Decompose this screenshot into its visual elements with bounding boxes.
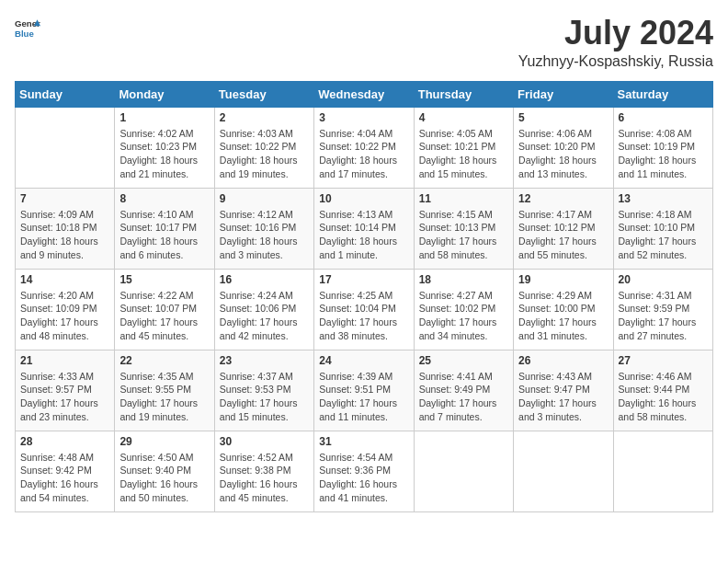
cell-info: Sunrise: 4:50 AMSunset: 9:40 PMDaylight:…	[119, 451, 209, 505]
day-number: 20	[619, 273, 708, 286]
calendar-cell: 26Sunrise: 4:43 AMSunset: 9:47 PMDayligh…	[514, 350, 613, 431]
day-header-friday: Friday	[514, 81, 613, 107]
calendar-cell: 22Sunrise: 4:35 AMSunset: 9:55 PMDayligh…	[115, 350, 214, 431]
week-row-1: 1Sunrise: 4:02 AMSunset: 10:23 PMDayligh…	[16, 107, 713, 188]
location: Yuzhnyy-Kospashskiy, Russia	[518, 53, 713, 70]
calendar-cell: 21Sunrise: 4:33 AMSunset: 9:57 PMDayligh…	[16, 350, 115, 431]
day-number: 28	[20, 435, 109, 448]
calendar-cell: 12Sunrise: 4:17 AMSunset: 10:12 PMDaylig…	[514, 188, 613, 269]
calendar-cell: 24Sunrise: 4:39 AMSunset: 9:51 PMDayligh…	[314, 350, 414, 431]
cell-info: Sunrise: 4:24 AMSunset: 10:06 PMDaylight…	[220, 289, 309, 343]
cell-info: Sunrise: 4:27 AMSunset: 10:02 PMDaylight…	[419, 289, 508, 343]
day-number: 12	[518, 192, 608, 205]
day-number: 17	[319, 273, 408, 286]
calendar-cell: 13Sunrise: 4:18 AMSunset: 10:10 PMDaylig…	[613, 188, 712, 269]
day-number: 22	[119, 354, 209, 367]
day-number: 18	[419, 273, 508, 286]
cell-info: Sunrise: 4:22 AMSunset: 10:07 PMDaylight…	[119, 289, 209, 343]
day-number: 8	[119, 192, 209, 205]
calendar-cell: 18Sunrise: 4:27 AMSunset: 10:02 PMDaylig…	[414, 269, 513, 350]
calendar-cell	[514, 431, 613, 511]
day-number: 2	[220, 111, 309, 124]
cell-info: Sunrise: 4:33 AMSunset: 9:57 PMDaylight:…	[20, 370, 109, 424]
calendar-cell: 6Sunrise: 4:08 AMSunset: 10:19 PMDayligh…	[613, 107, 712, 188]
title-area: July 2024 Yuzhnyy-Kospashskiy, Russia	[518, 15, 713, 70]
week-row-5: 28Sunrise: 4:48 AMSunset: 9:42 PMDayligh…	[16, 431, 713, 511]
cell-info: Sunrise: 4:31 AMSunset: 9:59 PMDaylight:…	[619, 289, 708, 343]
day-number: 5	[518, 111, 608, 124]
calendar-cell: 9Sunrise: 4:12 AMSunset: 10:16 PMDayligh…	[214, 188, 313, 269]
day-header-wednesday: Wednesday	[314, 81, 414, 107]
calendar-cell: 19Sunrise: 4:29 AMSunset: 10:00 PMDaylig…	[514, 269, 613, 350]
calendar-cell: 27Sunrise: 4:46 AMSunset: 9:44 PMDayligh…	[613, 350, 712, 431]
calendar-cell: 17Sunrise: 4:25 AMSunset: 10:04 PMDaylig…	[314, 269, 414, 350]
calendar-cell: 23Sunrise: 4:37 AMSunset: 9:53 PMDayligh…	[214, 350, 313, 431]
cell-info: Sunrise: 4:48 AMSunset: 9:42 PMDaylight:…	[20, 451, 109, 505]
cell-info: Sunrise: 4:12 AMSunset: 10:16 PMDaylight…	[220, 208, 309, 262]
calendar-cell: 2Sunrise: 4:03 AMSunset: 10:22 PMDayligh…	[214, 107, 313, 188]
cell-info: Sunrise: 4:18 AMSunset: 10:10 PMDaylight…	[619, 208, 708, 262]
month-year: July 2024	[518, 15, 713, 52]
day-number: 1	[119, 111, 209, 124]
calendar-table: SundayMondayTuesdayWednesdayThursdayFrid…	[15, 81, 713, 512]
cell-info: Sunrise: 4:04 AMSunset: 10:22 PMDaylight…	[319, 127, 408, 181]
calendar-cell: 14Sunrise: 4:20 AMSunset: 10:09 PMDaylig…	[16, 269, 115, 350]
calendar-cell	[613, 431, 712, 511]
calendar-cell: 31Sunrise: 4:54 AMSunset: 9:36 PMDayligh…	[314, 431, 414, 511]
cell-info: Sunrise: 4:03 AMSunset: 10:22 PMDaylight…	[220, 127, 309, 181]
cell-info: Sunrise: 4:35 AMSunset: 9:55 PMDaylight:…	[119, 370, 209, 424]
day-number: 15	[119, 273, 209, 286]
cell-info: Sunrise: 4:37 AMSunset: 9:53 PMDaylight:…	[220, 370, 309, 424]
cell-info: Sunrise: 4:17 AMSunset: 10:12 PMDaylight…	[518, 208, 608, 262]
day-number: 4	[419, 111, 508, 124]
cell-info: Sunrise: 4:20 AMSunset: 10:09 PMDaylight…	[20, 289, 109, 343]
calendar-cell: 30Sunrise: 4:52 AMSunset: 9:38 PMDayligh…	[214, 431, 313, 511]
calendar-header: SundayMondayTuesdayWednesdayThursdayFrid…	[16, 81, 713, 107]
day-header-sunday: Sunday	[16, 81, 115, 107]
day-number: 26	[518, 354, 608, 367]
day-header-monday: Monday	[115, 81, 214, 107]
day-number: 27	[619, 354, 708, 367]
cell-info: Sunrise: 4:02 AMSunset: 10:23 PMDaylight…	[119, 127, 209, 181]
cell-info: Sunrise: 4:15 AMSunset: 10:13 PMDaylight…	[419, 208, 508, 262]
calendar-cell	[16, 107, 115, 188]
cell-info: Sunrise: 4:46 AMSunset: 9:44 PMDaylight:…	[619, 370, 708, 424]
calendar-cell: 8Sunrise: 4:10 AMSunset: 10:17 PMDayligh…	[115, 188, 214, 269]
cell-info: Sunrise: 4:13 AMSunset: 10:14 PMDaylight…	[319, 208, 408, 262]
week-row-4: 21Sunrise: 4:33 AMSunset: 9:57 PMDayligh…	[16, 350, 713, 431]
cell-info: Sunrise: 4:52 AMSunset: 9:38 PMDaylight:…	[220, 451, 309, 505]
day-number: 24	[319, 354, 408, 367]
day-number: 13	[619, 192, 708, 205]
day-number: 7	[20, 192, 109, 205]
day-number: 11	[419, 192, 508, 205]
logo-icon: General Blue	[15, 15, 40, 40]
week-row-2: 7Sunrise: 4:09 AMSunset: 10:18 PMDayligh…	[16, 188, 713, 269]
calendar-cell	[414, 431, 513, 511]
calendar-cell: 29Sunrise: 4:50 AMSunset: 9:40 PMDayligh…	[115, 431, 214, 511]
calendar-cell: 28Sunrise: 4:48 AMSunset: 9:42 PMDayligh…	[16, 431, 115, 511]
calendar-cell: 7Sunrise: 4:09 AMSunset: 10:18 PMDayligh…	[16, 188, 115, 269]
day-number: 6	[619, 111, 708, 124]
calendar-cell: 15Sunrise: 4:22 AMSunset: 10:07 PMDaylig…	[115, 269, 214, 350]
cell-info: Sunrise: 4:10 AMSunset: 10:17 PMDaylight…	[119, 208, 209, 262]
day-number: 16	[220, 273, 309, 286]
day-number: 19	[518, 273, 608, 286]
week-row-3: 14Sunrise: 4:20 AMSunset: 10:09 PMDaylig…	[16, 269, 713, 350]
logo: General Blue	[15, 15, 40, 40]
day-header-tuesday: Tuesday	[214, 81, 313, 107]
day-number: 23	[220, 354, 309, 367]
header: General Blue July 2024 Yuzhnyy-Kospashsk…	[15, 15, 713, 70]
calendar-cell: 25Sunrise: 4:41 AMSunset: 9:49 PMDayligh…	[414, 350, 513, 431]
cell-info: Sunrise: 4:29 AMSunset: 10:00 PMDaylight…	[518, 289, 608, 343]
day-header-saturday: Saturday	[613, 81, 712, 107]
calendar-cell: 3Sunrise: 4:04 AMSunset: 10:22 PMDayligh…	[314, 107, 414, 188]
calendar-cell: 1Sunrise: 4:02 AMSunset: 10:23 PMDayligh…	[115, 107, 214, 188]
cell-info: Sunrise: 4:06 AMSunset: 10:20 PMDaylight…	[518, 127, 608, 181]
cell-info: Sunrise: 4:05 AMSunset: 10:21 PMDaylight…	[419, 127, 508, 181]
calendar-cell: 11Sunrise: 4:15 AMSunset: 10:13 PMDaylig…	[414, 188, 513, 269]
day-number: 3	[319, 111, 408, 124]
cell-info: Sunrise: 4:09 AMSunset: 10:18 PMDaylight…	[20, 208, 109, 262]
calendar-cell: 20Sunrise: 4:31 AMSunset: 9:59 PMDayligh…	[613, 269, 712, 350]
day-number: 29	[119, 435, 209, 448]
calendar-body: 1Sunrise: 4:02 AMSunset: 10:23 PMDayligh…	[16, 107, 713, 511]
